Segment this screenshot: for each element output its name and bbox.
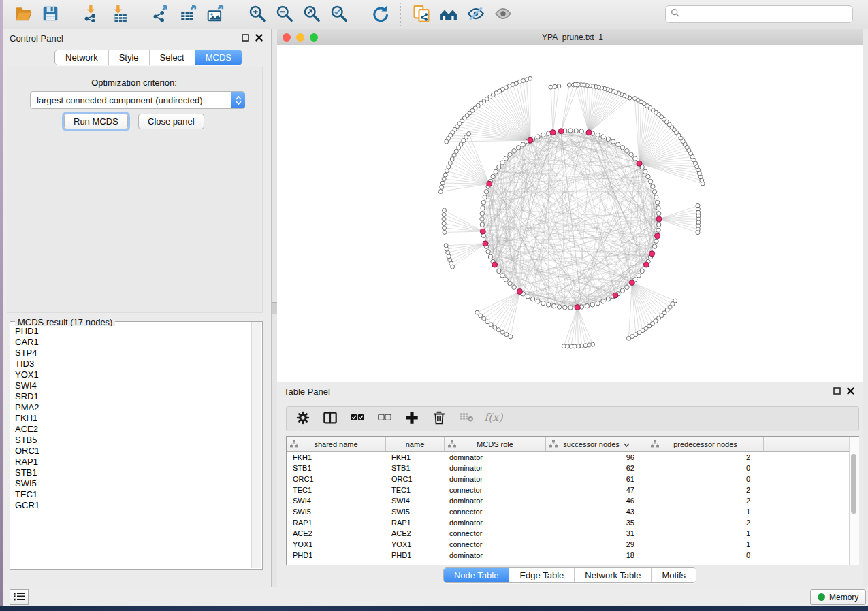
cell-MCDS-role: connector <box>443 529 544 538</box>
tab-mcds[interactable]: MCDS <box>195 50 242 65</box>
function-icon: f(x) <box>482 410 505 428</box>
column-header-MCDS-role[interactable]: MCDS role <box>445 437 546 451</box>
cell-name: TEC1 <box>385 486 443 494</box>
result-item[interactable]: TEC1 <box>10 489 252 500</box>
tab-select[interactable]: Select <box>149 50 195 65</box>
table-row[interactable]: RAP1RAP1dominator352 <box>287 517 858 528</box>
zoom-out-button[interactable] <box>270 3 298 25</box>
memory-label: Memory <box>829 593 858 602</box>
table-header-row: shared namenameMCDS rolesuccessor nodesp… <box>287 437 858 452</box>
result-item[interactable]: YOX1 <box>10 369 252 380</box>
zoom-in-button[interactable] <box>243 3 270 25</box>
result-item[interactable]: PHD1 <box>10 326 252 337</box>
memory-status-icon <box>818 593 825 601</box>
result-scrollbar[interactable] <box>251 322 261 568</box>
result-item[interactable]: FKH1 <box>10 413 252 424</box>
control-panel-tabs: NetworkStyleSelectMCDS <box>54 50 242 65</box>
delete-button[interactable] <box>427 409 451 429</box>
network-canvas[interactable] <box>277 45 863 382</box>
result-item[interactable]: SWI4 <box>10 380 252 391</box>
zoom-fit-button[interactable] <box>298 3 325 25</box>
tab-motifs[interactable]: Motifs <box>651 568 696 582</box>
main-toolbar <box>3 0 868 29</box>
result-item[interactable]: ACE2 <box>10 424 252 435</box>
zoom-selected-button[interactable] <box>325 3 352 25</box>
result-item[interactable]: STB1 <box>10 467 252 478</box>
add-button[interactable] <box>400 409 424 429</box>
first-neighbors-icon <box>438 5 459 24</box>
result-item[interactable]: SRD1 <box>10 391 252 402</box>
network-window-titlebar[interactable]: YPA_prune.txt_1 <box>277 29 868 46</box>
table-row[interactable]: STB1STB1dominator620 <box>287 463 858 474</box>
cell-successor-nodes: 46 <box>544 497 645 505</box>
column-header-predecessor-nodes[interactable]: predecessor nodes <box>647 437 764 451</box>
column-header-successor-nodes[interactable]: successor nodes <box>546 437 647 451</box>
gear-button[interactable] <box>291 409 315 429</box>
float-icon[interactable] <box>833 385 841 397</box>
close-icon[interactable] <box>255 32 263 44</box>
hide-details-button[interactable] <box>462 3 489 25</box>
cell-shared-name: PHD1 <box>287 551 385 559</box>
table-row[interactable]: PHD1PHD1dominator180 <box>287 550 858 561</box>
cell-successor-nodes: 62 <box>544 464 645 472</box>
result-item[interactable]: PMA2 <box>10 402 252 413</box>
result-item[interactable]: RAP1 <box>10 457 252 467</box>
result-item[interactable]: SWI5 <box>10 478 252 489</box>
tab-node-table[interactable]: Node Table <box>444 568 509 582</box>
search-box[interactable] <box>665 5 853 23</box>
import-table-button[interactable] <box>106 3 133 25</box>
result-item[interactable]: ORC1 <box>10 446 252 457</box>
tab-network-table[interactable]: Network Table <box>574 568 651 582</box>
table-row[interactable]: SWI5SWI5connector431 <box>287 506 858 517</box>
export-table-button[interactable] <box>174 3 202 25</box>
table-scrollbar-thumb[interactable] <box>851 454 856 514</box>
close-panel-button[interactable]: Close panel <box>138 114 204 129</box>
table-row[interactable]: SWI4SWI4dominator462 <box>287 495 858 506</box>
result-item[interactable]: GCR1 <box>10 500 252 511</box>
cell-predecessor-nodes: 1 <box>645 540 760 548</box>
open-folder-button[interactable] <box>10 3 37 25</box>
result-item[interactable]: CAR1 <box>10 337 252 348</box>
cell-shared-name: SWI5 <box>287 508 385 516</box>
table-row[interactable]: YOX1YOX1connector291 <box>287 539 858 550</box>
mcds-result-list[interactable]: PHD1CAR1STP4TID3YOX1SWI4SRD1PMA2FKH1ACE2… <box>10 326 252 568</box>
result-item[interactable]: STB5 <box>10 435 252 446</box>
column-header-name[interactable]: name <box>386 437 445 451</box>
memory-button[interactable]: Memory <box>810 589 866 605</box>
cell-successor-nodes: 35 <box>544 518 645 527</box>
tab-edge-table[interactable]: Edge Table <box>509 568 574 582</box>
task-history-button[interactable] <box>10 589 29 605</box>
optimization-criterion-label: Optimization criterion: <box>0 78 268 88</box>
node-table[interactable]: shared namenameMCDS rolesuccessor nodesp… <box>286 436 859 565</box>
search-input[interactable] <box>681 9 848 20</box>
export-network-button[interactable] <box>147 3 174 25</box>
cell-name: RAP1 <box>385 518 443 527</box>
result-item[interactable]: STP4 <box>10 348 252 359</box>
function-button: f(x) <box>481 409 506 429</box>
clone-network-button[interactable] <box>408 3 435 25</box>
first-neighbors-button[interactable] <box>435 3 462 25</box>
float-icon[interactable] <box>242 32 249 44</box>
export-image-button[interactable] <box>202 3 229 25</box>
table-row[interactable]: ORC1ORC1dominator610 <box>287 474 858 484</box>
table-row[interactable]: ACE2ACE2connector311 <box>287 528 858 539</box>
save-button[interactable] <box>37 3 64 25</box>
close-icon[interactable] <box>847 385 854 397</box>
run-mcds-button[interactable]: Run MCDS <box>64 114 128 129</box>
column-header-shared-name[interactable]: shared name <box>287 437 386 451</box>
columns-button[interactable] <box>318 409 342 429</box>
import-network-button[interactable] <box>78 3 106 25</box>
table-row[interactable]: TEC1TEC1connector472 <box>287 484 858 495</box>
result-item[interactable]: TID3 <box>10 359 252 369</box>
criterion-dropdown[interactable]: largest connected component (undirected) <box>30 91 245 109</box>
cell-shared-name: RAP1 <box>287 518 385 527</box>
cell-shared-name: FKH1 <box>287 453 385 461</box>
deselect-all-button[interactable] <box>372 409 397 429</box>
show-details-button[interactable] <box>489 3 517 25</box>
refresh-button[interactable] <box>366 3 393 25</box>
cell-shared-name: YOX1 <box>287 540 385 548</box>
table-row[interactable]: FKH1FKH1dominator962 <box>287 452 858 463</box>
tab-network[interactable]: Network <box>55 50 108 65</box>
tab-style[interactable]: Style <box>108 50 149 65</box>
select-all-button[interactable] <box>345 409 370 429</box>
